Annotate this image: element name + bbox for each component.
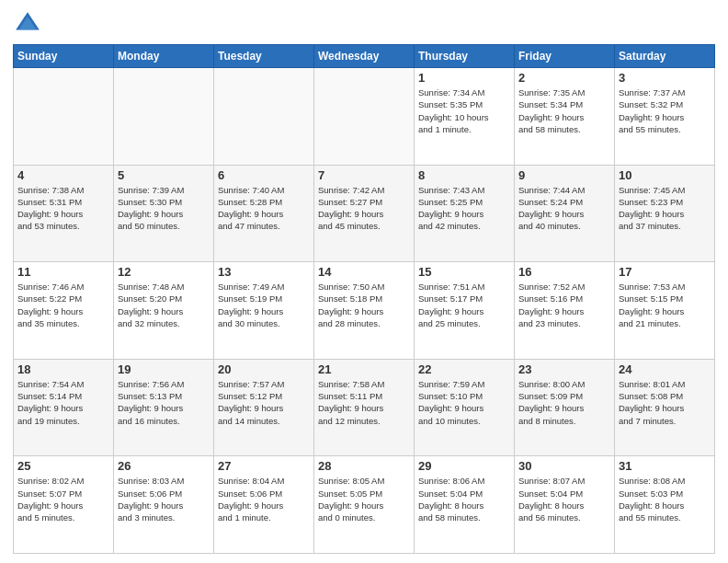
weekday-header-monday: Monday xyxy=(114,45,214,68)
weekday-header-sunday: Sunday xyxy=(14,45,114,68)
day-info: Sunrise: 7:58 AM Sunset: 5:11 PM Dayligh… xyxy=(318,378,410,427)
calendar-cell: 24Sunrise: 8:01 AM Sunset: 5:08 PM Dayli… xyxy=(615,359,715,456)
day-info: Sunrise: 7:51 AM Sunset: 5:17 PM Dayligh… xyxy=(418,281,510,329)
day-number: 4 xyxy=(17,168,109,182)
week-row-3: 11Sunrise: 7:46 AM Sunset: 5:22 PM Dayli… xyxy=(14,262,715,360)
day-number: 18 xyxy=(17,362,109,376)
calendar-cell xyxy=(114,68,214,166)
week-row-1: 1Sunrise: 7:34 AM Sunset: 5:35 PM Daylig… xyxy=(14,68,715,166)
day-number: 23 xyxy=(518,362,610,376)
day-number: 16 xyxy=(518,265,610,279)
day-info: Sunrise: 7:53 AM Sunset: 5:15 PM Dayligh… xyxy=(619,281,711,329)
day-info: Sunrise: 8:02 AM Sunset: 5:07 PM Dayligh… xyxy=(17,475,109,523)
day-info: Sunrise: 7:56 AM Sunset: 5:13 PM Dayligh… xyxy=(118,378,210,427)
calendar-cell xyxy=(214,68,314,166)
calendar-cell: 23Sunrise: 8:00 AM Sunset: 5:09 PM Dayli… xyxy=(515,359,615,456)
week-row-4: 18Sunrise: 7:54 AM Sunset: 5:14 PM Dayli… xyxy=(14,359,715,456)
logo-icon xyxy=(13,9,42,39)
calendar-cell xyxy=(14,68,114,166)
day-number: 9 xyxy=(518,168,610,182)
weekday-header-thursday: Thursday xyxy=(415,45,515,68)
day-info: Sunrise: 7:59 AM Sunset: 5:10 PM Dayligh… xyxy=(418,378,510,427)
day-info: Sunrise: 7:39 AM Sunset: 5:30 PM Dayligh… xyxy=(118,184,210,233)
week-row-5: 25Sunrise: 8:02 AM Sunset: 5:07 PM Dayli… xyxy=(14,456,715,554)
day-number: 28 xyxy=(318,459,410,473)
calendar-cell: 9Sunrise: 7:44 AM Sunset: 5:24 PM Daylig… xyxy=(515,165,615,262)
day-info: Sunrise: 7:35 AM Sunset: 5:34 PM Dayligh… xyxy=(518,86,610,135)
day-info: Sunrise: 8:06 AM Sunset: 5:04 PM Dayligh… xyxy=(418,475,510,523)
calendar-cell: 7Sunrise: 7:42 AM Sunset: 5:27 PM Daylig… xyxy=(314,165,415,262)
calendar-cell: 10Sunrise: 7:45 AM Sunset: 5:23 PM Dayli… xyxy=(615,165,715,262)
day-number: 17 xyxy=(619,265,711,279)
day-info: Sunrise: 8:08 AM Sunset: 5:03 PM Dayligh… xyxy=(619,475,711,523)
calendar-cell: 2Sunrise: 7:35 AM Sunset: 5:34 PM Daylig… xyxy=(515,68,615,166)
day-info: Sunrise: 7:45 AM Sunset: 5:23 PM Dayligh… xyxy=(619,184,711,233)
calendar-cell: 12Sunrise: 7:48 AM Sunset: 5:20 PM Dayli… xyxy=(114,262,214,360)
day-info: Sunrise: 7:52 AM Sunset: 5:16 PM Dayligh… xyxy=(518,281,610,329)
day-number: 27 xyxy=(218,459,310,473)
day-number: 30 xyxy=(518,459,610,473)
day-number: 14 xyxy=(318,265,410,279)
day-info: Sunrise: 8:05 AM Sunset: 5:05 PM Dayligh… xyxy=(318,475,410,523)
day-number: 5 xyxy=(118,168,210,182)
day-number: 3 xyxy=(619,71,711,85)
day-number: 12 xyxy=(118,265,210,279)
day-info: Sunrise: 7:54 AM Sunset: 5:14 PM Dayligh… xyxy=(17,378,109,427)
calendar-cell: 14Sunrise: 7:50 AM Sunset: 5:18 PM Dayli… xyxy=(314,262,415,360)
calendar-cell: 4Sunrise: 7:38 AM Sunset: 5:31 PM Daylig… xyxy=(14,165,114,262)
day-number: 31 xyxy=(619,459,711,473)
day-info: Sunrise: 7:44 AM Sunset: 5:24 PM Dayligh… xyxy=(518,184,610,233)
calendar-cell: 17Sunrise: 7:53 AM Sunset: 5:15 PM Dayli… xyxy=(615,262,715,360)
day-info: Sunrise: 7:49 AM Sunset: 5:19 PM Dayligh… xyxy=(218,281,310,329)
page: SundayMondayTuesdayWednesdayThursdayFrid… xyxy=(0,0,728,563)
day-number: 13 xyxy=(218,265,310,279)
day-number: 22 xyxy=(418,362,510,376)
day-number: 6 xyxy=(218,168,310,182)
day-info: Sunrise: 7:37 AM Sunset: 5:32 PM Dayligh… xyxy=(619,86,711,135)
day-info: Sunrise: 8:01 AM Sunset: 5:08 PM Dayligh… xyxy=(619,378,711,427)
day-number: 2 xyxy=(518,71,610,85)
day-number: 24 xyxy=(619,362,711,376)
day-number: 1 xyxy=(418,71,510,85)
day-info: Sunrise: 7:40 AM Sunset: 5:28 PM Dayligh… xyxy=(218,184,310,233)
day-info: Sunrise: 7:43 AM Sunset: 5:25 PM Dayligh… xyxy=(418,184,510,233)
day-number: 20 xyxy=(218,362,310,376)
weekday-header-friday: Friday xyxy=(515,45,615,68)
calendar-cell: 8Sunrise: 7:43 AM Sunset: 5:25 PM Daylig… xyxy=(415,165,515,262)
day-number: 10 xyxy=(619,168,711,182)
day-number: 8 xyxy=(418,168,510,182)
calendar-cell xyxy=(314,68,415,166)
calendar-cell: 25Sunrise: 8:02 AM Sunset: 5:07 PM Dayli… xyxy=(14,456,114,554)
calendar-cell: 16Sunrise: 7:52 AM Sunset: 5:16 PM Dayli… xyxy=(515,262,615,360)
day-number: 7 xyxy=(318,168,410,182)
day-info: Sunrise: 8:04 AM Sunset: 5:06 PM Dayligh… xyxy=(218,475,310,523)
calendar-cell: 31Sunrise: 8:08 AM Sunset: 5:03 PM Dayli… xyxy=(615,456,715,554)
day-number: 19 xyxy=(118,362,210,376)
day-number: 11 xyxy=(17,265,109,279)
day-info: Sunrise: 8:03 AM Sunset: 5:06 PM Dayligh… xyxy=(118,475,210,523)
weekday-header-wednesday: Wednesday xyxy=(314,45,415,68)
calendar-cell: 5Sunrise: 7:39 AM Sunset: 5:30 PM Daylig… xyxy=(114,165,214,262)
header xyxy=(13,9,715,39)
day-number: 26 xyxy=(118,459,210,473)
logo xyxy=(13,9,44,39)
calendar-cell: 27Sunrise: 8:04 AM Sunset: 5:06 PM Dayli… xyxy=(214,456,314,554)
calendar-cell: 1Sunrise: 7:34 AM Sunset: 5:35 PM Daylig… xyxy=(415,68,515,166)
calendar-cell: 19Sunrise: 7:56 AM Sunset: 5:13 PM Dayli… xyxy=(114,359,214,456)
calendar-cell: 26Sunrise: 8:03 AM Sunset: 5:06 PM Dayli… xyxy=(114,456,214,554)
calendar-cell: 29Sunrise: 8:06 AM Sunset: 5:04 PM Dayli… xyxy=(415,456,515,554)
day-number: 21 xyxy=(318,362,410,376)
day-info: Sunrise: 8:07 AM Sunset: 5:04 PM Dayligh… xyxy=(518,475,610,523)
day-info: Sunrise: 7:48 AM Sunset: 5:20 PM Dayligh… xyxy=(118,281,210,329)
day-number: 29 xyxy=(418,459,510,473)
day-number: 15 xyxy=(418,265,510,279)
day-info: Sunrise: 8:00 AM Sunset: 5:09 PM Dayligh… xyxy=(518,378,610,427)
calendar-cell: 11Sunrise: 7:46 AM Sunset: 5:22 PM Dayli… xyxy=(14,262,114,360)
day-info: Sunrise: 7:38 AM Sunset: 5:31 PM Dayligh… xyxy=(17,184,109,233)
day-info: Sunrise: 7:34 AM Sunset: 5:35 PM Dayligh… xyxy=(418,86,510,135)
calendar-cell: 21Sunrise: 7:58 AM Sunset: 5:11 PM Dayli… xyxy=(314,359,415,456)
day-info: Sunrise: 7:50 AM Sunset: 5:18 PM Dayligh… xyxy=(318,281,410,329)
day-info: Sunrise: 7:46 AM Sunset: 5:22 PM Dayligh… xyxy=(17,281,109,329)
calendar-cell: 15Sunrise: 7:51 AM Sunset: 5:17 PM Dayli… xyxy=(415,262,515,360)
weekday-header-saturday: Saturday xyxy=(615,45,715,68)
